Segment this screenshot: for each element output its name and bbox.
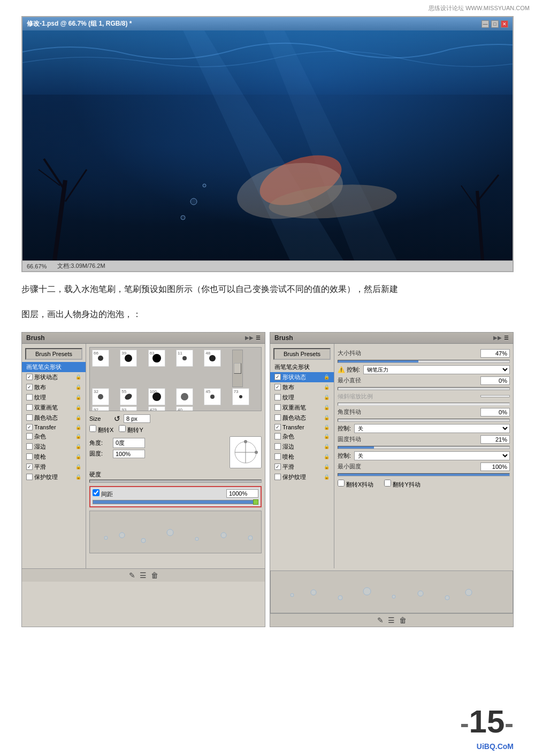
left-sidebar-item-9[interactable]: 喷枪 🔒 bbox=[22, 452, 86, 462]
maximize-button[interactable]: □ bbox=[491, 20, 499, 28]
right-sidebar-item-0[interactable]: 画笔笔尖形状 bbox=[270, 362, 334, 372]
left-check-1[interactable] bbox=[26, 374, 33, 380]
flip-x-label[interactable]: 翻转X bbox=[89, 425, 113, 434]
right-sidebar-item-2[interactable]: 散布 🔒 bbox=[270, 382, 334, 392]
left-sidebar-item-10[interactable]: 平滑 🔒 bbox=[22, 462, 86, 472]
right-sidebar-item-3[interactable]: 纹理 🔒 bbox=[270, 392, 334, 403]
left-check-6[interactable] bbox=[26, 424, 33, 430]
min-roundness-slider[interactable] bbox=[338, 473, 510, 476]
left-sidebar-item-11[interactable]: 保护纹理 🔒 bbox=[22, 472, 86, 482]
brush-cell-5[interactable]: 32 bbox=[92, 388, 109, 405]
right-footer-icon-1[interactable]: ✎ bbox=[377, 616, 384, 624]
left-check-9[interactable] bbox=[26, 453, 33, 460]
right-sidebar-item-9[interactable]: 喷枪 🔒 bbox=[270, 452, 334, 462]
brush-cell-7[interactable]: 100 bbox=[148, 388, 165, 405]
right-flip-x-checkbox[interactable] bbox=[338, 480, 345, 487]
right-check-10[interactable] bbox=[274, 464, 281, 470]
refresh-icon[interactable]: ↺ bbox=[114, 414, 120, 423]
brush-cell-9[interactable]: 45 bbox=[204, 388, 221, 405]
left-sidebar-item-1[interactable]: 形状动态 🔒 bbox=[22, 372, 86, 382]
right-sidebar-item-8[interactable]: 湿边 🔒 bbox=[270, 442, 334, 452]
brush-cell-1[interactable]: 39 bbox=[120, 350, 137, 367]
right-panel-menu[interactable]: ☰ bbox=[504, 335, 509, 341]
left-sidebar-item-7[interactable]: 杂色 🔒 bbox=[22, 431, 86, 442]
left-sidebar-item-8[interactable]: 湿边 🔒 bbox=[22, 442, 86, 452]
left-check-7[interactable] bbox=[26, 433, 33, 439]
left-check-4[interactable] bbox=[26, 404, 33, 411]
left-check-10[interactable] bbox=[26, 464, 33, 470]
control-select-1[interactable]: 钢笔压力 关 bbox=[363, 365, 510, 374]
right-check-7[interactable] bbox=[274, 433, 281, 439]
brush-cell-8[interactable] bbox=[176, 388, 193, 405]
right-flip-y-checkbox[interactable] bbox=[384, 480, 391, 487]
right-sidebar-item-5[interactable]: 颜色动态 🔒 bbox=[270, 413, 334, 423]
flip-y-checkbox[interactable] bbox=[119, 425, 126, 432]
right-sidebar-item-6[interactable]: Transfer 🔒 bbox=[270, 423, 334, 431]
right-flip-x-label[interactable]: 翻转X抖动 bbox=[338, 480, 373, 489]
tilt-scale-slider[interactable] bbox=[338, 403, 510, 406]
right-check-6[interactable] bbox=[274, 424, 281, 430]
brush-cell-3[interactable]: 11 bbox=[176, 350, 193, 367]
roundness-jitter-slider[interactable] bbox=[338, 446, 510, 449]
left-sidebar-item-6[interactable]: Transfer 🔒 bbox=[22, 423, 86, 431]
left-footer-icon-2[interactable]: ☰ bbox=[140, 571, 147, 580]
brush-cell-13[interactable]: 429 bbox=[148, 406, 165, 411]
left-check-3[interactable] bbox=[26, 394, 33, 400]
close-button[interactable]: ✕ bbox=[501, 20, 508, 28]
flip-y-label[interactable]: 翻转Y bbox=[119, 425, 143, 434]
spacing-slider-thumb[interactable] bbox=[253, 499, 258, 505]
right-flip-y-label[interactable]: 翻转Y抖动 bbox=[384, 480, 420, 489]
right-footer-icon-3[interactable]: 🗑 bbox=[399, 616, 407, 624]
left-check-5[interactable] bbox=[26, 414, 33, 421]
right-sidebar-item-7[interactable]: 杂色 🔒 bbox=[270, 431, 334, 442]
angle-jitter-slider[interactable] bbox=[338, 419, 510, 422]
brush-cell-12[interactable]: 93 bbox=[120, 406, 137, 411]
left-sidebar-item-2[interactable]: 散布 🔒 bbox=[22, 382, 86, 392]
left-check-11[interactable] bbox=[26, 474, 33, 480]
left-check-2[interactable] bbox=[26, 384, 33, 390]
spacing-checkbox-label[interactable]: 间距 bbox=[93, 489, 113, 498]
left-panel-menu[interactable]: ☰ bbox=[256, 335, 261, 341]
right-check-8[interactable] bbox=[274, 443, 281, 450]
right-sidebar-item-4[interactable]: 双重画笔 🔒 bbox=[270, 403, 334, 413]
left-brush-presets-button[interactable]: Brush Presets bbox=[25, 348, 82, 360]
control-select-3[interactable]: 关 钢笔压力 bbox=[354, 451, 510, 460]
left-sidebar-item-3[interactable]: 纹理 🔒 bbox=[22, 392, 86, 403]
brush-cell-11[interactable]: 92 bbox=[92, 406, 109, 411]
min-diameter-slider[interactable] bbox=[338, 387, 510, 390]
left-check-8[interactable] bbox=[26, 443, 33, 450]
flip-x-checkbox[interactable] bbox=[89, 425, 96, 432]
right-check-11[interactable] bbox=[274, 474, 281, 480]
spacing-slider[interactable] bbox=[93, 500, 258, 504]
left-footer-icon-3[interactable]: 🗑 bbox=[151, 571, 158, 580]
brush-cell-0[interactable]: 66 bbox=[92, 350, 109, 367]
right-check-1[interactable] bbox=[274, 374, 281, 380]
left-sidebar-item-5[interactable]: 颜色动态 🔒 bbox=[22, 413, 86, 423]
brush-cell-14[interactable]: 40 bbox=[176, 406, 193, 411]
right-check-4[interactable] bbox=[274, 404, 281, 411]
right-sidebar-item-10[interactable]: 平滑 🔒 bbox=[270, 462, 334, 472]
right-sidebar-item-1[interactable]: 形状动态 🔒 bbox=[270, 372, 334, 382]
right-panel-arrow-right[interactable]: ▶▶ bbox=[493, 335, 502, 341]
left-sidebar-item-4[interactable]: 双重画笔 🔒 bbox=[22, 403, 86, 413]
right-check-2[interactable] bbox=[274, 384, 281, 390]
size-jitter-slider[interactable] bbox=[338, 360, 510, 363]
right-brush-presets-button[interactable]: Brush Presets bbox=[273, 348, 331, 360]
left-sidebar-item-0[interactable]: 画笔笔尖形状 bbox=[22, 362, 86, 372]
right-check-9[interactable] bbox=[274, 453, 281, 460]
brush-cell-4[interactable]: 48 bbox=[204, 350, 221, 367]
brush-cell-10[interactable]: 73 bbox=[232, 388, 249, 405]
minimize-button[interactable]: — bbox=[482, 20, 489, 28]
control-select-2[interactable]: 关 钢笔压力 bbox=[354, 424, 510, 433]
right-footer-icon-2[interactable]: ☰ bbox=[388, 616, 395, 624]
right-sidebar-item-11[interactable]: 保护纹理 🔒 bbox=[270, 472, 334, 482]
left-footer-icon-1[interactable]: ✎ bbox=[129, 571, 135, 580]
spacing-checkbox[interactable] bbox=[93, 489, 100, 496]
brush-cell-2[interactable]: 63 bbox=[148, 350, 165, 367]
brush-scrollbar[interactable] bbox=[232, 350, 243, 387]
left-panel-arrow-right[interactable]: ▶▶ bbox=[245, 335, 254, 341]
right-check-5[interactable] bbox=[274, 414, 281, 421]
brush-cell-6[interactable]: 55 bbox=[120, 388, 137, 405]
right-check-3[interactable] bbox=[274, 394, 281, 400]
hardness-slider[interactable] bbox=[89, 480, 262, 483]
